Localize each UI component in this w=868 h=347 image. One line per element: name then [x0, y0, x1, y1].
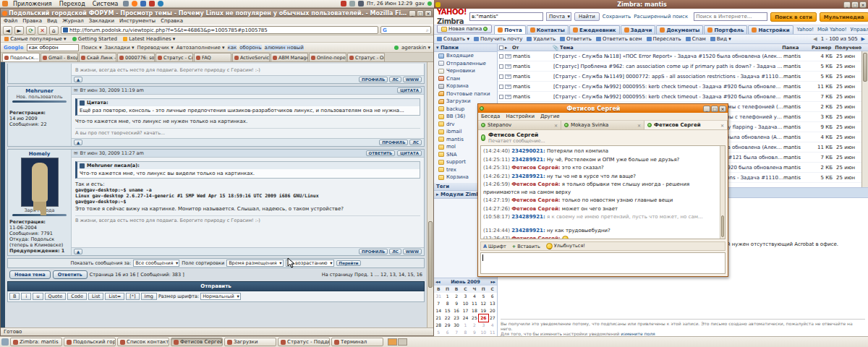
- help-icon[interactable]: [158, 1, 163, 7]
- stop-button[interactable]: ✕: [38, 26, 47, 35]
- calendar-day[interactable]: 4: [470, 293, 479, 300]
- google-translate-button[interactable]: Переводчик ▾: [137, 45, 174, 51]
- search-scope-select[interactable]: Почта: [546, 12, 571, 21]
- calendar-day[interactable]: 26: [479, 314, 488, 322]
- maximize-button[interactable]: □: [851, 1, 859, 8]
- row-checkbox[interactable]: [499, 64, 503, 69]
- app-tab[interactable]: Документы: [656, 25, 703, 34]
- toolbar-button[interactable]: Ответить всем: [596, 36, 642, 42]
- save-search-link[interactable]: Сохранить: [603, 14, 631, 20]
- calendar-day[interactable]: 3: [461, 293, 469, 300]
- evolution-launcher-icon[interactable]: [140, 1, 146, 7]
- chat-scrollbar[interactable]: [720, 146, 725, 239]
- reply-button[interactable]: ОТВЕТИТЬ: [366, 150, 396, 156]
- bookmark-latest-headlines[interactable]: Latest Headlines ▾: [123, 35, 175, 41]
- browser-tab[interactable]: FAQ: [194, 53, 231, 61]
- folders-section-header[interactable]: ▾ Папки: [434, 44, 497, 52]
- calendar-day[interactable]: 3: [479, 322, 488, 329]
- close-tab-icon[interactable]: ✕: [554, 123, 558, 128]
- calendar-day[interactable]: 8: [443, 300, 451, 307]
- applications-menu[interactable]: Приложения: [11, 1, 54, 7]
- google-bookmarks-button[interactable]: Закладки ▾: [104, 45, 134, 51]
- calendar-day[interactable]: 11: [470, 300, 479, 307]
- workspace-2[interactable]: [398, 338, 407, 346]
- calendar-day[interactable]: 22: [443, 314, 451, 322]
- toolbar-button[interactable]: Создать ▾: [437, 36, 469, 42]
- quote-button[interactable]: ЦИТАТА: [397, 87, 422, 93]
- update-tray-icon[interactable]: [349, 1, 355, 7]
- header-link[interactable]: Управление учетной записью: [851, 27, 868, 33]
- calendar-day[interactable]: 16: [452, 307, 461, 314]
- firefox-launcher-icon[interactable]: [132, 1, 137, 7]
- zimbra-titlebar[interactable]: Zimbra: mantis _ □ ×: [434, 0, 868, 9]
- browser-tab[interactable]: Стратус - Ош...: [347, 53, 385, 61]
- mail-row[interactable]: mantis [Стратус] Проблема #962: can asso…: [498, 61, 861, 72]
- top-button[interactable]: ▲: [74, 77, 82, 82]
- calendar-day[interactable]: 10: [479, 329, 488, 336]
- calendar-day[interactable]: 19: [479, 307, 488, 314]
- calendar-day[interactable]: 30: [452, 322, 461, 329]
- google-autofill-button[interactable]: Автозаполнение ▾: [176, 45, 225, 51]
- www-button[interactable]: WWW: [403, 249, 422, 254]
- home-button[interactable]: ⌂: [49, 26, 59, 35]
- media-search-button[interactable]: Мультимедиа: [820, 12, 868, 22]
- mail-row[interactable]: mantis [Стратус - Служба №992] 0000955: …: [498, 92, 861, 102]
- folder-item[interactable]: Отправленные: [434, 60, 497, 68]
- volume-tray-icon[interactable]: [358, 1, 364, 7]
- places-menu[interactable]: Переход: [57, 1, 88, 7]
- taskbar-window-button[interactable]: Подольский горо...: [64, 338, 116, 346]
- bbcode-button[interactable]: Img: [141, 293, 157, 300]
- paging-previous-icon[interactable]: ◀: [813, 36, 817, 42]
- app-tab[interactable]: Контакты: [527, 25, 569, 34]
- new-folder-button[interactable]: Новая папка: [437, 25, 492, 33]
- reload-button[interactable]: ⟳: [26, 26, 35, 35]
- bbcode-button[interactable]: B: [9, 293, 20, 300]
- close-tab-icon[interactable]: ✕: [637, 123, 641, 128]
- calendar-day[interactable]: 12: [479, 300, 488, 307]
- header-link[interactable]: Мой Yahoo!: [817, 27, 847, 33]
- www-button[interactable]: WWW: [403, 77, 422, 82]
- show-desktop-icon[interactable]: [1, 338, 9, 346]
- minimize-button[interactable]: _: [843, 1, 851, 8]
- flag-column-icon[interactable]: ▸: [505, 45, 512, 51]
- menu-item[interactable]: Инструменты: [119, 18, 156, 24]
- toolbar-button[interactable]: Ответить: [560, 36, 592, 42]
- menu-item[interactable]: Файл: [4, 18, 17, 24]
- calendar-day[interactable]: 21: [434, 314, 443, 322]
- google-account-button[interactable]: ageraskin ▾: [401, 45, 430, 51]
- minimize-button[interactable]: _: [703, 106, 710, 112]
- bbcode-button[interactable]: i: [21, 293, 31, 300]
- minimize-button[interactable]: _: [409, 10, 416, 17]
- taskbar-window-button[interactable]: Список контактов: [117, 338, 169, 346]
- header-link[interactable]: Yahoo!: [797, 27, 814, 33]
- browser-tab[interactable]: Стратус - Сво...: [156, 53, 193, 61]
- menu-item[interactable]: Справка: [161, 18, 183, 24]
- calendar-day[interactable]: 7: [452, 329, 461, 336]
- new-topic-button[interactable]: Новая тема: [9, 270, 51, 279]
- google-toolbar-input[interactable]: [27, 44, 79, 51]
- top-button[interactable]: ▲: [74, 140, 82, 145]
- calendar-day[interactable]: 31: [434, 293, 443, 300]
- calendar-day[interactable]: 6: [488, 293, 497, 300]
- firefox-titlebar[interactable]: Подольский городской ФОРУМ - Просмотр те…: [1, 9, 433, 17]
- folder-item[interactable]: Входящие: [434, 52, 497, 60]
- folder-item[interactable]: Почтовые папки: [434, 90, 497, 98]
- folder-item[interactable]: Черновики: [434, 67, 497, 75]
- calendar-day[interactable]: 17: [461, 307, 469, 314]
- row-checkbox[interactable]: [499, 95, 503, 99]
- bookmark-most-visited[interactable]: Самые популярные ▾: [4, 35, 67, 41]
- font-button[interactable]: A Шрифт: [483, 244, 506, 249]
- paging-next-icon[interactable]: ▶: [861, 36, 865, 42]
- received-column-header[interactable]: Получено: [833, 45, 861, 51]
- calendar-day[interactable]: 25: [470, 314, 479, 322]
- conversation-tab[interactable]: Фетисов Сергей ✕: [644, 121, 728, 129]
- close-button[interactable]: ×: [425, 10, 432, 17]
- menu-item[interactable]: Журнал: [62, 18, 83, 24]
- toolbar-button[interactable]: Спам: [686, 36, 706, 42]
- network-tray-icon[interactable]: [341, 1, 346, 7]
- menu-item[interactable]: Правка: [22, 18, 42, 24]
- calendar-day[interactable]: 29: [443, 322, 451, 329]
- bbcode-button[interactable]: List: [88, 293, 103, 300]
- calendar-day[interactable]: 5: [434, 329, 443, 336]
- row-checkbox[interactable]: [499, 54, 503, 59]
